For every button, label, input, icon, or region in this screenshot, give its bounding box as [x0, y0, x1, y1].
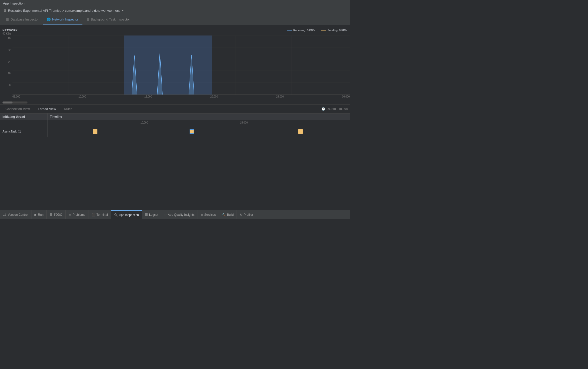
- toolbar-app-quality[interactable]: ◇ App Quality Insights: [161, 210, 198, 219]
- scrollbar-thumb[interactable]: [2, 102, 12, 104]
- timeline-header: Timeline: [50, 115, 62, 118]
- toolbar-logcat[interactable]: ☰ Logcat: [142, 210, 161, 219]
- title-bar-label: App Inspection: [3, 2, 24, 5]
- selection-highlight: [124, 36, 212, 94]
- toolbar-services[interactable]: ◈ Services: [198, 210, 219, 219]
- device-label: Resizable Experimental API Tiramisu > co…: [8, 9, 120, 12]
- todo-icon: ☰: [50, 213, 52, 216]
- separator: [0, 25, 350, 27]
- subheader-spacer: [0, 120, 47, 126]
- version-control-icon: ⎇: [3, 213, 6, 216]
- legend-sending: Sending: 0 KB/s: [321, 29, 347, 32]
- sending-label: Sending: 0 KB/s: [327, 29, 347, 32]
- tab-connection-view[interactable]: Connection View: [2, 105, 33, 113]
- chart-section: NETWORK Receiving: 0 KB/s Sending: 0 KB/…: [0, 27, 350, 104]
- todo-label: TODO: [54, 213, 62, 216]
- toolbar-profiler[interactable]: ↻ Profiler: [237, 210, 256, 219]
- x-label-10: 10.000: [78, 95, 86, 98]
- app-inspection-label: App Inspection: [119, 213, 139, 217]
- thread-table-header: Initiating thread Timeline: [0, 114, 350, 120]
- y-axis: 40 32 24 16 8: [0, 36, 12, 100]
- toolbar-version-control[interactable]: ⎇ Version Control: [0, 210, 31, 219]
- build-icon: 🔨: [222, 213, 226, 216]
- y-label-40: 40: [2, 37, 10, 40]
- scrollbar-area: [0, 100, 350, 104]
- sending-line-icon: [321, 30, 326, 30]
- problems-icon: ⚠: [69, 213, 71, 216]
- scrollbar-track[interactable]: [2, 102, 27, 104]
- thread-view-label: Thread View: [38, 107, 56, 111]
- tab-thread-view[interactable]: Thread View: [34, 105, 59, 113]
- chart-svg: [12, 36, 350, 94]
- tab-database[interactable]: ☰ Database Inspector: [2, 14, 43, 25]
- time-range: 🕐 09.918 - 18.398: [321, 107, 348, 111]
- build-label: Build: [227, 213, 234, 216]
- network-tab-label: Network Inspector: [52, 18, 78, 21]
- inspector-tabs: ☰ Database Inspector 🌐 Network Inspector…: [0, 14, 350, 25]
- receiving-label: Receiving: 0 KB/s: [293, 29, 315, 32]
- x-label-25: 25.000: [276, 95, 284, 98]
- subheader-timeline: 10.000 15.000: [47, 120, 350, 126]
- problems-label: Problems: [73, 213, 85, 216]
- tab-background[interactable]: ☰ Background Task Inspector: [82, 14, 134, 25]
- database-tab-label: Database Inspector: [10, 18, 39, 21]
- thread-name-asynctask: AsyncTask #1: [0, 126, 47, 137]
- device-icon: 🖥: [3, 8, 6, 12]
- x-label-30: 30.000: [342, 95, 350, 98]
- initiating-thread-header: Initiating thread: [2, 115, 25, 118]
- asynctask-label: AsyncTask #1: [2, 130, 21, 133]
- task-block-1[interactable]: [93, 129, 97, 134]
- toolbar-build[interactable]: 🔨 Build: [219, 210, 237, 219]
- x-label-20: 20.000: [210, 95, 218, 98]
- x-label-15: 15.000: [144, 95, 152, 98]
- y-axis-top-value: 40 KB/s: [2, 32, 11, 35]
- view-tabs: Connection View Thread View Rules: [2, 105, 76, 113]
- bottom-toolbar: ⎇ Version Control ▶ Run ☰ TODO ⚠ Problem…: [0, 210, 350, 219]
- title-bar: App Inspection: [0, 0, 350, 7]
- legend-receiving: Receiving: 0 KB/s: [287, 29, 315, 32]
- x-label-5: 05.000: [12, 95, 20, 98]
- toolbar-run[interactable]: ▶ Run: [31, 210, 47, 219]
- chart-title: NETWORK: [2, 29, 17, 32]
- background-tab-label: Background Task Inspector: [91, 18, 130, 21]
- y-label-32: 32: [2, 49, 10, 52]
- col-timeline: Timeline: [47, 114, 350, 120]
- y-label-16: 16: [2, 72, 10, 75]
- tab-rules[interactable]: Rules: [60, 105, 76, 113]
- chart-header: NETWORK Receiving: 0 KB/s Sending: 0 KB/…: [0, 27, 350, 32]
- run-label: Run: [38, 213, 43, 216]
- profiler-label: Profiler: [244, 213, 253, 216]
- terminal-label: Terminal: [96, 213, 108, 216]
- app-inspection-icon: 🔌: [114, 213, 118, 217]
- task-block-3[interactable]: [298, 129, 303, 134]
- tab-network[interactable]: 🌐 Network Inspector: [43, 14, 82, 25]
- chart-canvas[interactable]: 05.000 10.000 15.000 20.000 25.000 30.00…: [12, 36, 350, 100]
- thread-table: Initiating thread Timeline 10.000 15.000…: [0, 114, 350, 210]
- toolbar-app-inspection[interactable]: 🔌 App Inspection: [111, 210, 142, 219]
- services-label: Services: [204, 213, 216, 216]
- logcat-icon: ☰: [145, 213, 148, 216]
- chart-body: 40 32 24 16 8: [0, 36, 350, 100]
- network-tab-icon: 🌐: [47, 18, 51, 21]
- y-label-8: 8: [2, 84, 10, 86]
- toolbar-problems[interactable]: ⚠ Problems: [66, 210, 89, 219]
- chart-legend: Receiving: 0 KB/s Sending: 0 KB/s: [287, 29, 347, 32]
- chevron-down-icon[interactable]: ▾: [122, 9, 124, 12]
- toolbar-todo[interactable]: ☰ TODO: [47, 210, 65, 219]
- rules-label: Rules: [64, 107, 72, 111]
- view-tabs-bar: Connection View Thread View Rules 🕐 09.9…: [0, 104, 350, 114]
- col-initiating-thread: Initiating thread: [0, 114, 47, 120]
- time-range-value: 09.918 - 18.398: [327, 107, 348, 111]
- version-control-label: Version Control: [8, 213, 28, 216]
- tick-10000: 10.000: [140, 121, 148, 124]
- run-icon: ▶: [34, 213, 37, 216]
- receiving-line-icon: [287, 30, 292, 30]
- tick-15000: 15.000: [240, 121, 248, 124]
- thread-subheader: 10.000 15.000: [0, 120, 350, 126]
- task-block-2-selected[interactable]: [190, 129, 194, 134]
- thread-timeline-asynctask[interactable]: [47, 126, 350, 137]
- device-bar: 🖥 Resizable Experimental API Tiramisu > …: [0, 7, 350, 14]
- clock-icon: 🕐: [321, 107, 325, 111]
- toolbar-terminal[interactable]: ⬛ Terminal: [88, 210, 111, 219]
- services-icon: ◈: [201, 213, 203, 216]
